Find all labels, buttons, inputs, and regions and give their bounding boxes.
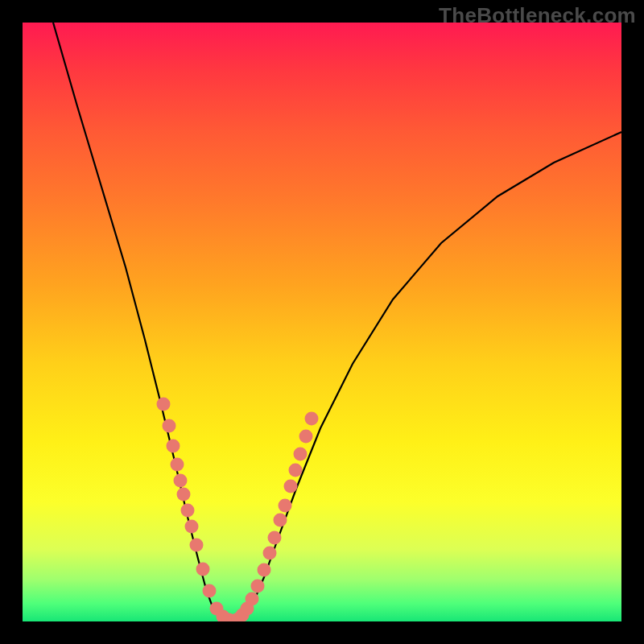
data-dot: [279, 499, 292, 513]
data-dot: [274, 514, 287, 527]
plot-area: [23, 23, 621, 621]
data-dot: [203, 584, 217, 598]
data-dot: [190, 539, 204, 552]
chart-frame: TheBottleneck.com: [0, 0, 644, 644]
data-dot: [181, 504, 195, 518]
data-dot: [246, 592, 259, 606]
data-dot: [185, 520, 199, 534]
data-dot: [157, 398, 171, 411]
data-dot: [174, 474, 188, 488]
data-dot: [263, 547, 277, 560]
data-dot: [177, 488, 191, 502]
data-dot: [196, 563, 210, 576]
data-dots: [157, 398, 319, 622]
data-dot: [284, 480, 298, 493]
data-dot: [294, 448, 308, 461]
data-dot: [258, 564, 271, 577]
data-dot: [163, 419, 176, 433]
bottleneck-curve: [53, 23, 621, 621]
data-dot: [289, 464, 303, 477]
data-dot: [171, 458, 184, 472]
data-dot: [268, 531, 282, 545]
data-dot: [299, 430, 313, 444]
chart-svg: [23, 23, 621, 621]
data-dot: [305, 412, 319, 426]
data-dot: [167, 440, 180, 453]
data-dot: [251, 580, 265, 593]
